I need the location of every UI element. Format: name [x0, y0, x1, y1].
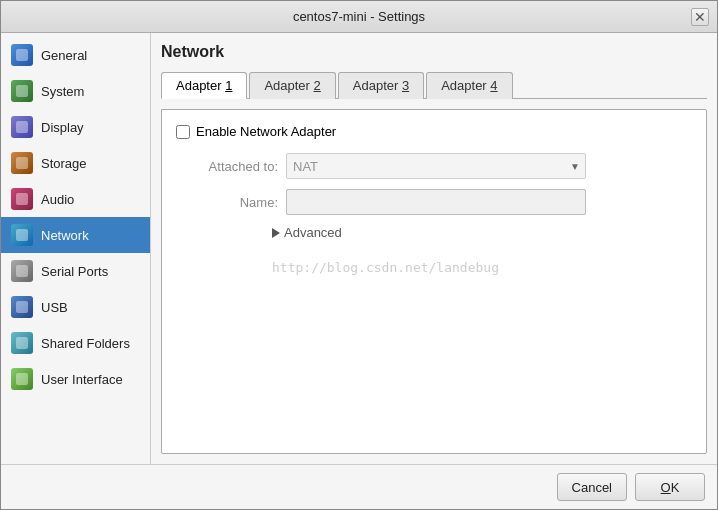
tab-bar: Adapter 1 Adapter 2 Adapter 3 Adapter 4	[161, 71, 707, 99]
watermark-text: http://blog.csdn.net/landebug	[176, 260, 692, 275]
tab-adapter2[interactable]: Adapter 2	[249, 72, 335, 99]
sidebar-label-general: General	[41, 48, 87, 63]
footer: Cancel OK	[1, 464, 717, 509]
system-icon-svg	[15, 84, 29, 98]
usb-icon-svg	[15, 300, 29, 314]
serialports-icon-svg	[15, 264, 29, 278]
window-title: centos7-mini - Settings	[27, 9, 691, 24]
system-icon	[11, 80, 33, 102]
name-label: Name:	[176, 195, 286, 210]
attached-to-select-wrapper: NAT ▼	[286, 153, 586, 179]
svg-rect-9	[16, 373, 28, 385]
titlebar: centos7-mini - Settings ✕	[1, 1, 717, 33]
page-title: Network	[161, 43, 707, 61]
enable-network-row: Enable Network Adapter	[176, 124, 692, 139]
sharedfolders-icon	[11, 332, 33, 354]
tab-adapter4[interactable]: Adapter 4	[426, 72, 512, 99]
svg-rect-2	[16, 121, 28, 133]
sidebar-item-userinterface[interactable]: User Interface	[1, 361, 150, 397]
serialports-icon	[11, 260, 33, 282]
storage-icon	[11, 152, 33, 174]
content-area: General System Display Storage	[1, 33, 717, 464]
sidebar-label-network: Network	[41, 228, 89, 243]
svg-rect-3	[16, 157, 28, 169]
enable-adapter-checkbox[interactable]	[176, 125, 190, 139]
sidebar-label-userinterface: User Interface	[41, 372, 123, 387]
storage-icon-svg	[15, 156, 29, 170]
advanced-row[interactable]: Advanced	[176, 225, 692, 240]
display-icon	[11, 116, 33, 138]
tab-adapter3[interactable]: Adapter 3	[338, 72, 424, 99]
svg-rect-6	[16, 265, 28, 277]
sidebar-item-audio[interactable]: Audio	[1, 181, 150, 217]
network-icon-svg	[15, 228, 29, 242]
svg-rect-5	[16, 229, 28, 241]
sidebar-item-system[interactable]: System	[1, 73, 150, 109]
general-icon	[11, 44, 33, 66]
userinterface-icon-svg	[15, 372, 29, 386]
sidebar-label-usb: USB	[41, 300, 68, 315]
sidebar-label-serialports: Serial Ports	[41, 264, 108, 279]
advanced-label: Advanced	[284, 225, 342, 240]
adapter-panel: Enable Network Adapter Attached to: NAT …	[161, 109, 707, 454]
sidebar-item-sharedfolders[interactable]: Shared Folders	[1, 325, 150, 361]
name-input[interactable]	[286, 189, 586, 215]
sidebar-item-usb[interactable]: USB	[1, 289, 150, 325]
main-panel: Network Adapter 1 Adapter 2 Adapter 3 Ad…	[151, 33, 717, 464]
sidebar-item-display[interactable]: Display	[1, 109, 150, 145]
sidebar-label-system: System	[41, 84, 84, 99]
usb-icon	[11, 296, 33, 318]
attached-to-label: Attached to:	[176, 159, 286, 174]
settings-window: centos7-mini - Settings ✕ General System	[0, 0, 718, 510]
display-icon-svg	[15, 120, 29, 134]
sidebar-item-serialports[interactable]: Serial Ports	[1, 253, 150, 289]
sidebar: General System Display Storage	[1, 33, 151, 464]
general-icon-svg	[15, 48, 29, 62]
svg-rect-7	[16, 301, 28, 313]
audio-icon-svg	[15, 192, 29, 206]
close-button[interactable]: ✕	[691, 8, 709, 26]
audio-icon	[11, 188, 33, 210]
network-icon	[11, 224, 33, 246]
svg-rect-1	[16, 85, 28, 97]
attached-to-row: Attached to: NAT ▼	[176, 153, 692, 179]
sharedfolders-icon-svg	[15, 336, 29, 350]
cancel-button[interactable]: Cancel	[557, 473, 627, 501]
sidebar-label-storage: Storage	[41, 156, 87, 171]
advanced-triangle-icon	[272, 228, 280, 238]
enable-adapter-label: Enable Network Adapter	[196, 124, 336, 139]
tab-adapter1[interactable]: Adapter 1	[161, 72, 247, 99]
attached-to-select[interactable]: NAT	[286, 153, 586, 179]
sidebar-item-general[interactable]: General	[1, 37, 150, 73]
sidebar-label-sharedfolders: Shared Folders	[41, 336, 130, 351]
userinterface-icon	[11, 368, 33, 390]
svg-rect-4	[16, 193, 28, 205]
sidebar-label-display: Display	[41, 120, 84, 135]
name-row: Name:	[176, 189, 692, 215]
ok-button[interactable]: OK	[635, 473, 705, 501]
sidebar-item-storage[interactable]: Storage	[1, 145, 150, 181]
sidebar-item-network[interactable]: Network	[1, 217, 150, 253]
svg-rect-8	[16, 337, 28, 349]
sidebar-label-audio: Audio	[41, 192, 74, 207]
svg-rect-0	[16, 49, 28, 61]
